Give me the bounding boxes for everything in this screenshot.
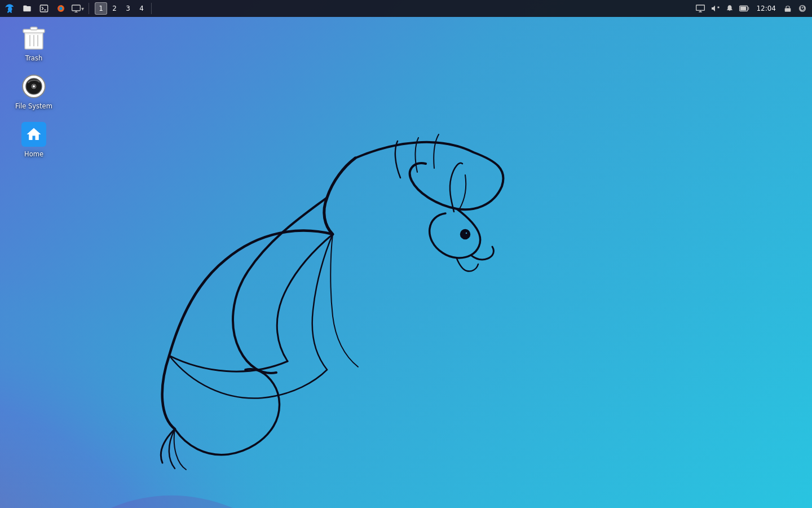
audio-mute-icon[interactable] <box>709 2 721 15</box>
svg-point-5 <box>59 7 62 10</box>
svg-rect-9 <box>740 7 746 10</box>
workspace-1[interactable]: 1 <box>95 2 107 15</box>
desktop: ▾ 1 2 3 4 <box>0 0 812 508</box>
svg-rect-10 <box>785 8 791 11</box>
taskbar-sep-1 <box>89 3 89 14</box>
screen-selector[interactable]: ▾ <box>70 1 86 16</box>
file-manager-taskbar[interactable] <box>19 2 35 15</box>
home-icon-image <box>20 121 47 148</box>
taskbar-sep-2 <box>151 3 152 14</box>
taskbar-left: ▾ 1 2 3 4 <box>0 1 153 16</box>
svg-rect-6 <box>72 5 81 11</box>
workspace-4[interactable]: 4 <box>135 2 148 15</box>
filesystem-label: File System <box>15 102 52 111</box>
svg-point-2 <box>465 231 468 235</box>
svg-point-1 <box>461 230 470 239</box>
notification-icon[interactable] <box>723 2 736 15</box>
workspace-3[interactable]: 3 <box>122 2 134 15</box>
home-icon[interactable]: Home <box>11 119 56 161</box>
firefox-taskbar[interactable] <box>53 2 69 15</box>
workspace-2[interactable]: 2 <box>108 2 121 15</box>
filesystem-icon-image <box>20 73 47 100</box>
workspace-switcher: 1 2 3 4 <box>94 2 148 15</box>
trash-icon[interactable]: Trash <box>11 23 56 65</box>
svg-rect-18 <box>25 32 43 34</box>
filesystem-icon[interactable]: File System <box>11 71 56 113</box>
screen-dropdown-arrow: ▾ <box>81 6 84 12</box>
taskbar-right: 12:04 <box>694 2 812 15</box>
kali-menu-button[interactable] <box>1 1 18 16</box>
svg-rect-7 <box>696 5 705 10</box>
trash-label: Trash <box>25 54 42 63</box>
taskbar: ▾ 1 2 3 4 <box>0 0 812 17</box>
terminal-taskbar[interactable] <box>36 2 52 15</box>
system-clock[interactable]: 12:04 <box>753 5 779 12</box>
display-tray-icon[interactable] <box>694 2 707 15</box>
dragon-image <box>0 0 812 508</box>
power-icon[interactable] <box>796 2 809 15</box>
svg-point-22 <box>33 85 35 87</box>
svg-point-0 <box>0 226 367 508</box>
svg-rect-3 <box>40 5 47 12</box>
wave-background <box>0 113 395 508</box>
trash-icon-image <box>20 25 47 52</box>
home-label: Home <box>24 150 43 159</box>
desktop-icons-area: Trash File System <box>11 23 56 161</box>
lock-icon[interactable] <box>782 2 794 15</box>
battery-icon[interactable] <box>738 2 751 15</box>
svg-rect-14 <box>30 27 37 30</box>
